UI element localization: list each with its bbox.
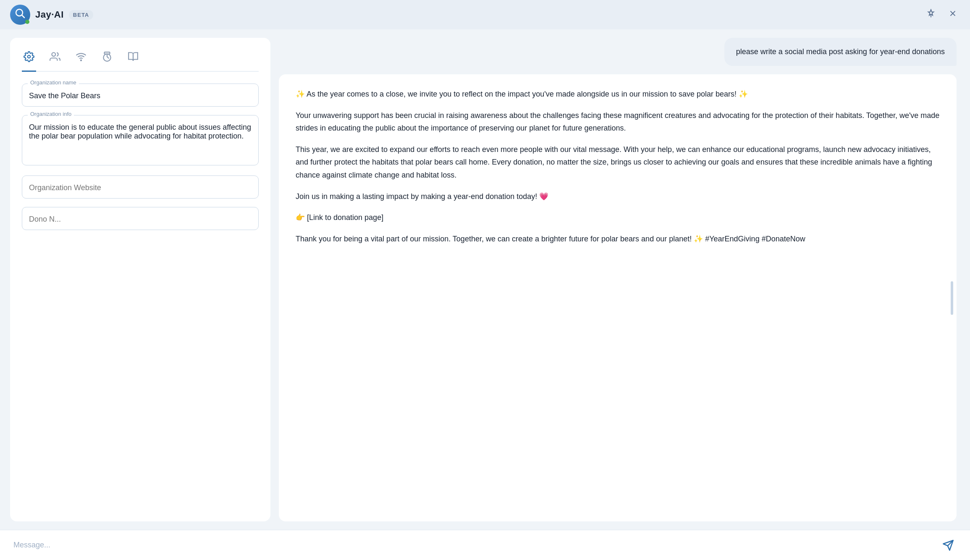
header-left: Jay·AI BETA — [10, 5, 93, 25]
org-name-input[interactable] — [22, 84, 259, 107]
tab-timer[interactable] — [100, 48, 114, 72]
close-button[interactable] — [946, 6, 960, 23]
left-panel: Organization name Organization info Our … — [10, 38, 270, 521]
ai-response-panel: ✨ As the year comes to a close, we invit… — [279, 74, 957, 521]
chat-messages: please write a social media post asking … — [279, 38, 960, 521]
svg-point-4 — [28, 55, 31, 58]
beta-badge: BETA — [69, 10, 93, 20]
main-container: Organization name Organization info Our … — [0, 29, 970, 530]
org-name-label: Organization name — [28, 79, 79, 86]
right-panel: please write a social media post asking … — [279, 38, 960, 521]
app-logo — [10, 5, 30, 25]
org-info-group: Organization info Our mission is to educ… — [22, 115, 259, 167]
pin-button[interactable] — [924, 6, 938, 23]
tab-bar — [22, 48, 259, 72]
header-right — [924, 6, 960, 23]
donor-name-group — [22, 207, 259, 230]
ai-para-5: 👉 [Link to donation page] — [296, 211, 940, 224]
ai-response-text: ✨ As the year comes to a close, we invit… — [296, 88, 940, 245]
message-input[interactable] — [13, 541, 933, 550]
tab-users[interactable] — [48, 48, 62, 72]
org-info-input[interactable]: Our mission is to educate the general pu… — [22, 115, 259, 165]
donor-name-input[interactable] — [22, 207, 259, 230]
svg-point-5 — [52, 52, 55, 56]
org-name-group: Organization name — [22, 84, 259, 107]
org-info-label: Organization info — [28, 111, 74, 117]
message-input-bar — [0, 530, 970, 560]
org-website-input[interactable] — [22, 175, 259, 199]
app-title: Jay·AI — [35, 9, 64, 20]
tab-book[interactable] — [126, 48, 140, 72]
tab-settings[interactable] — [22, 48, 36, 72]
user-message: please write a social media post asking … — [724, 38, 957, 66]
user-bubble: please write a social media post asking … — [724, 38, 957, 66]
ai-para-2: Your unwavering support has been crucial… — [296, 109, 940, 135]
tab-signal[interactable] — [74, 48, 88, 72]
ai-para-3: This year, we are excited to expand our … — [296, 143, 940, 182]
app-header: Jay·AI BETA — [0, 0, 970, 29]
ai-para-6: Thank you for being a vital part of our … — [296, 233, 940, 246]
send-button[interactable] — [940, 537, 957, 554]
logo-icon — [15, 8, 26, 21]
ai-para-4: Join us in making a lasting impact by ma… — [296, 190, 940, 203]
scrollbar[interactable] — [951, 281, 953, 315]
org-website-group — [22, 175, 259, 199]
svg-point-6 — [81, 60, 81, 61]
ai-para-1: ✨ As the year comes to a close, we invit… — [296, 88, 940, 101]
